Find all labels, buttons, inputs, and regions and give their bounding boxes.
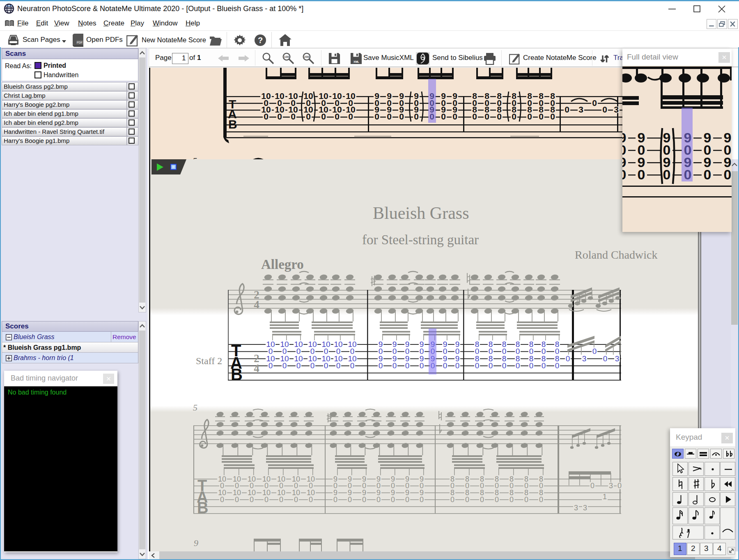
svg-text:0: 0 [516,361,520,370]
svg-text:0: 0 [264,496,269,504]
svg-text:0: 0 [622,167,626,182]
svg-text:0: 0 [350,361,355,370]
svg-text:0: 0 [235,496,239,504]
svg-text:0: 0 [590,482,594,490]
svg-text:0: 0 [724,167,732,182]
svg-text:3: 3 [574,504,578,512]
svg-text:0: 0 [277,112,282,121]
svg-text:0: 0 [392,361,397,370]
svg-text:0: 0 [484,112,489,121]
svg-text:0: 0 [250,496,254,504]
svg-text:0: 0 [663,167,671,182]
svg-text:4: 4 [254,362,259,374]
svg-text:0: 0 [566,354,570,363]
svg-text:0: 0 [333,496,337,504]
svg-text:0: 0 [489,361,493,370]
svg-text:0: 0 [335,112,340,121]
svg-text:0: 0 [565,105,569,114]
svg-text:PDF: PDF [77,41,83,44]
svg-text:0: 0 [512,112,516,121]
svg-text:0: 0 [269,361,273,370]
svg-text:0: 0 [420,361,424,370]
svg-text:0: 0 [420,496,424,504]
svg-text:3: 3 [583,504,587,512]
svg-text:0: 0 [374,112,379,121]
svg-text:0: 0 [264,112,269,121]
svg-text:0: 0 [550,112,555,121]
svg-text:3: 3 [615,354,620,363]
svg-text:4: 4 [254,298,259,311]
svg-text:0: 0 [450,496,454,504]
svg-text:0: 0 [603,354,608,363]
svg-text:0: 0 [555,361,560,370]
svg-text:0: 0 [348,496,352,504]
svg-text:B: B [231,365,243,383]
svg-text:0: 0 [539,496,543,504]
svg-text:0: 0 [282,361,287,370]
svg-text:0: 0 [475,361,480,370]
svg-text:3: 3 [582,354,587,363]
svg-text:0: 0 [704,167,711,182]
svg-text:0: 0 [310,361,315,370]
svg-text:0: 0 [376,496,381,504]
svg-text:0: 0 [502,361,507,370]
svg-text:3: 3 [578,105,583,114]
svg-text:0: 0 [524,496,528,504]
svg-text:0: 0 [279,496,283,504]
svg-text:0: 0 [592,347,597,356]
svg-text:0: 0 [617,482,622,490]
svg-text:0: 0 [529,361,534,370]
svg-text:0: 0 [472,112,477,121]
svg-text:3: 3 [609,482,613,490]
svg-text:0: 0 [592,98,597,108]
svg-text:0: 0 [441,112,446,121]
svg-text:0: 0 [348,112,353,121]
svg-text:0: 0 [379,361,383,370]
svg-text:0: 0 [497,112,502,121]
svg-text:?: ? [258,36,263,45]
svg-text:0: 0 [405,496,409,504]
svg-text:0: 0 [296,361,301,370]
svg-text:0: 0 [362,496,366,504]
svg-text:0: 0 [391,496,395,504]
svg-text:0: 0 [602,105,607,114]
svg-text:200: 200 [304,55,310,59]
svg-text:XML: XML [353,60,359,63]
svg-text:0: 0 [294,496,298,504]
svg-text:0: 0 [455,361,460,370]
svg-text:0: 0 [495,496,499,504]
svg-text:0: 0 [527,112,532,121]
svg-text:5: 5 [193,156,197,159]
svg-text:0: 0 [324,361,328,370]
svg-text:0: 0 [220,496,224,504]
svg-text:B: B [228,117,237,131]
svg-text:B: B [197,499,208,516]
svg-text:0: 0 [306,112,311,121]
svg-text:0: 0 [291,112,296,121]
svg-text:0: 0 [443,361,448,370]
svg-text:0: 0 [542,361,546,370]
svg-text:0: 0 [539,112,544,121]
svg-text:0: 0 [509,496,514,504]
svg-text:3: 3 [614,105,619,114]
svg-text:0: 0 [399,112,404,121]
svg-text:0: 0 [414,112,419,121]
svg-text:0: 0 [638,167,645,182]
svg-text:0: 0 [387,112,392,121]
svg-text:0: 0 [309,496,313,504]
svg-text:0: 0 [336,361,341,370]
svg-text:0: 0 [452,112,457,121]
svg-text:0: 0 [480,496,484,504]
svg-text:0: 0 [321,112,326,121]
svg-text:1: 1 [603,493,607,501]
svg-text:0: 0 [405,361,410,370]
svg-text:100: 100 [284,55,289,59]
svg-text:0: 0 [465,496,469,504]
